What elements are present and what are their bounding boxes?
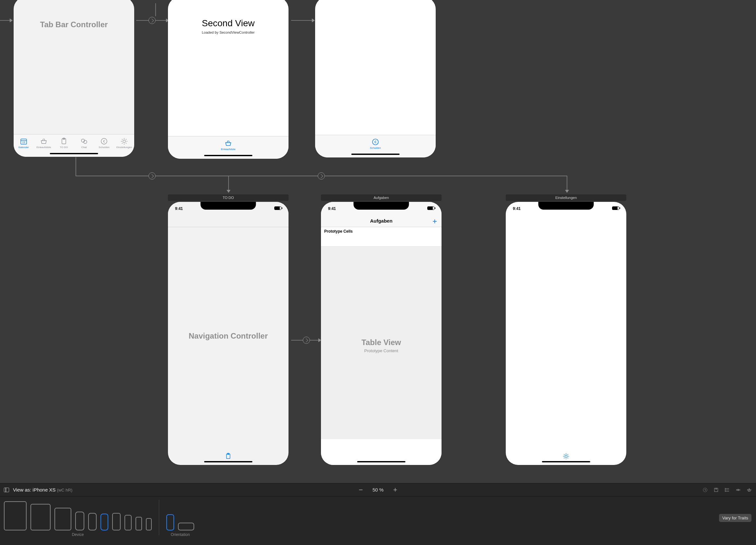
zoom-out-button[interactable]: − [356,486,365,493]
tab-einstellungen[interactable]: Einstellungen [114,135,134,152]
battery-icon [612,207,619,210]
home-indicator [357,461,406,462]
segue-icon[interactable] [303,337,310,344]
scene-einstellungen[interactable]: Einstellungen 9:41 [506,195,626,465]
tab-einkaufsliste[interactable]: Einkaufsliste [34,135,54,152]
scene-schulden[interactable]: € Schulden [315,0,436,158]
notch [353,202,409,210]
basket-icon [224,139,232,147]
svg-point-13 [123,140,125,143]
resolve-issues-icon[interactable] [746,487,752,493]
segue-arrow [227,190,230,193]
gear-icon [562,453,570,460]
svg-text:€: € [103,139,105,143]
tab-label: Einstellungen [116,146,132,149]
tab-todo[interactable]: TO DO [54,135,74,152]
device-iphone-4s[interactable] [146,518,152,530]
segue-arrow [312,18,315,22]
nav-title: Aufgaben [321,218,442,224]
view-subtitle: Loaded by SecondViewController [168,30,289,34]
device-iphone-se[interactable] [136,517,142,530]
device-group-label: Device [72,532,84,537]
controller-title: Navigation Controller [168,331,289,340]
orientation-landscape[interactable] [178,523,194,530]
view-title: Second View [168,18,289,29]
vary-for-traits-button[interactable]: Vary for Traits [719,514,751,522]
battery-icon [427,207,434,210]
device-ipad-pro-12[interactable] [4,501,27,530]
tab-label: Einkaufsliste [37,146,51,149]
tab-chat[interactable]: Chat [74,135,94,152]
trait-bar-top: View as: iPhone XS (wC hR) − 50 % + [0,483,756,496]
svg-point-18 [565,455,567,457]
tab-label: Kalender [18,146,29,149]
storyboard-canvas[interactable]: Tab Bar Controller 15 Kalender Einkaufsl… [0,0,756,483]
segue-icon[interactable] [148,17,156,24]
device-iphone-xs[interactable] [100,514,108,530]
orientation-portrait[interactable] [166,514,174,530]
tab-einkaufsliste[interactable]: Einkaufsliste [217,136,240,154]
tab-label: Schulden [370,147,381,149]
phone-frame[interactable]: Tab Bar Controller 15 Kalender Einkaufsl… [14,0,134,157]
status-time: 9:41 [175,207,183,211]
chat-icon [80,137,88,145]
toggle-document-outline-button[interactable] [4,488,9,492]
svg-text:€: € [374,140,376,144]
device-ipad[interactable] [54,508,71,530]
update-frames-icon[interactable] [702,487,708,493]
home-indicator [204,461,253,462]
align-icon[interactable] [724,487,730,493]
phone-frame[interactable]: € Schulden [315,0,436,158]
scene-tab-bar-controller[interactable]: Tab Bar Controller 15 Kalender Einkaufsl… [14,0,134,157]
calendar-icon: 15 [20,137,28,145]
device-iphone-xr[interactable] [88,513,97,530]
device-group: Device [4,500,152,537]
embed-in-icon[interactable] [713,487,719,493]
phone-frame[interactable]: 9:41 Navigation Controller [168,202,289,465]
add-button[interactable]: + [432,218,437,225]
scene-header[interactable]: Aufgaben [321,195,442,201]
home-indicator [50,153,98,154]
scene-navigation-controller[interactable]: TO DO 9:41 Navigation Controller [168,195,289,465]
device-iphone-8-plus[interactable] [112,513,121,530]
scene-header[interactable]: Einstellungen [506,195,626,201]
divider [159,500,159,535]
pin-constraints-icon[interactable] [735,487,741,493]
orientation-group: Orientation [166,500,194,537]
device-ipad-pro-11[interactable] [30,504,51,530]
clipboard-icon [60,137,68,145]
clipboard-icon [225,453,232,460]
tab-label: TO DO [60,146,68,149]
view-as-prefix: View as: [13,487,33,492]
device-iphone-8[interactable] [124,515,132,530]
notch [200,202,256,210]
tab-schulden[interactable]: € Schulden [94,135,114,152]
tab-icon-einstellungen[interactable] [562,453,570,460]
tab-schulden[interactable]: € Schulden [365,135,385,152]
tab-icon-todo[interactable] [225,453,232,460]
device-picker: Device Orientation Vary for Traits [0,496,756,545]
segue-icon[interactable] [318,172,325,180]
zoom-in-button[interactable]: + [391,486,400,493]
tab-kalender[interactable]: 15 Kalender [14,135,34,152]
scene-second-view[interactable]: Second View Loaded by SecondViewControll… [168,0,289,159]
status-time: 9:41 [328,207,336,211]
device-iphone-xs-max[interactable] [75,512,84,530]
tab-label: Chat [81,146,87,149]
tableview-subtitle: Prototype Content [321,348,442,353]
phone-frame[interactable]: 9:41 Aufgaben + Prototype Cells Table Vi… [321,202,442,465]
scene-aufgaben[interactable]: Aufgaben 9:41 Aufgaben + Prototype Cells… [321,195,442,465]
segue-icon[interactable] [148,172,156,180]
prototype-cell[interactable] [321,235,442,247]
canvas-tool-buttons [702,487,752,493]
battery-icon [274,207,281,210]
view-as-label[interactable]: View as: iPhone XS (wC hR) [13,487,72,492]
euro-icon: € [372,138,379,146]
zoom-level[interactable]: 50 % [372,487,384,492]
scene-header[interactable]: TO DO [168,195,289,201]
prototype-cells-header: Prototype Cells [321,227,442,236]
home-indicator [351,154,400,155]
phone-frame[interactable]: 9:41 [506,202,626,465]
phone-frame[interactable]: Second View Loaded by SecondViewControll… [168,0,289,159]
initial-vc-arrow [10,18,13,22]
